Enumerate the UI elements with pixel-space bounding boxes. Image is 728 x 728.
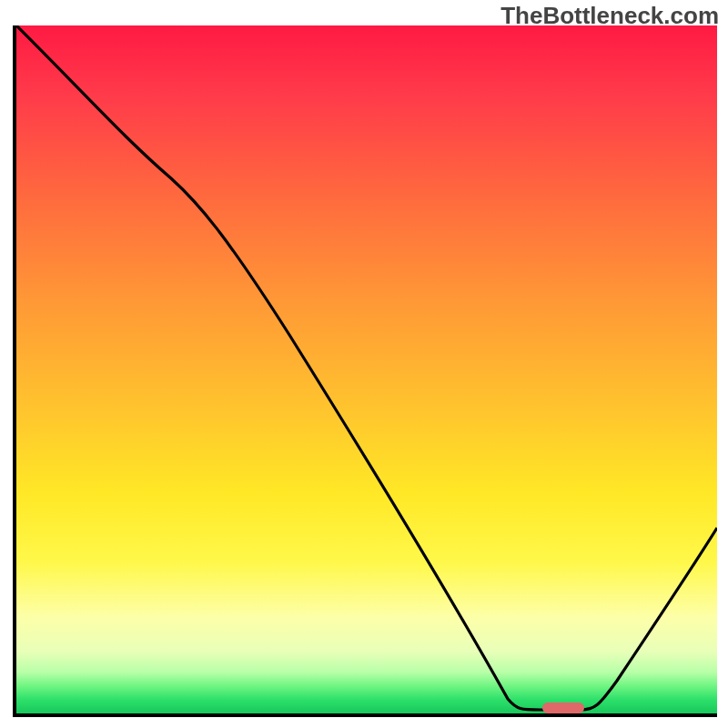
bottleneck-curve-line — [16, 25, 717, 710]
chart-frame: TheBottleneck.com — [0, 0, 728, 728]
curve-layer — [16, 25, 717, 713]
plot-area — [13, 25, 717, 717]
optimal-range-marker — [542, 703, 584, 713]
